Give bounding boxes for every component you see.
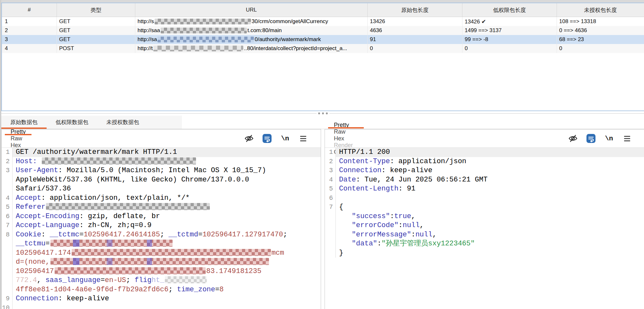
line-content: "errorMessage":null, [336, 230, 644, 240]
request-table-body: 1GEThttp://s30/crm/common/getAllCurrency… [2, 17, 644, 53]
line-content: __tctmu= [13, 239, 321, 249]
code-text: : [398, 221, 403, 229]
word-wrap-icon[interactable] [262, 134, 272, 143]
table-row[interactable]: 3GEThttp://sa0/authority/watermark/mark9… [2, 35, 644, 44]
code-text: "success" [352, 212, 390, 220]
code-line: } [325, 249, 644, 258]
line-number [2, 239, 13, 249]
cell-index: 2 [2, 26, 57, 35]
table-row[interactable]: 4POSThttp://t..80/interdata/collect?proj… [2, 44, 644, 53]
code-text: Accept-Encoding [16, 212, 79, 220]
line-content [336, 194, 644, 203]
code-line: 4ff8ee81-1d04-4a6e-9f6d-f7b29a2fd6c6; ti… [2, 285, 321, 295]
line-number: 2 [2, 157, 13, 166]
cell-method: GET [57, 26, 135, 35]
hide-icon[interactable] [568, 134, 578, 143]
menu-icon[interactable] [298, 134, 308, 143]
horizontal-splitter[interactable] [0, 111, 644, 116]
message-editors: PrettyRawHex \n 1GET /authority/watermar… [0, 129, 644, 309]
code-text: 772.4 [16, 276, 37, 284]
line-content: { [336, 203, 644, 212]
code-text: : [377, 240, 381, 248]
code-line: 9Connection: keep-alive [2, 294, 321, 304]
line-number [325, 212, 336, 221]
editor-tab-pretty[interactable]: Pretty [4, 128, 32, 135]
redacted-text [155, 19, 251, 24]
code-text: Content-Length [339, 185, 398, 193]
line-number: 10 [2, 304, 13, 309]
code-line: 3Connection: keep-alive [325, 166, 644, 175]
cell-method: GET [57, 35, 135, 44]
code-text: 4ff8ee81-1d04-4a6e-9f6d-f7b29a2fd6c6 [16, 286, 168, 294]
code-line: 772.4, saas_language=en-US; flight_ [2, 276, 321, 285]
cell-lowpriv-length: 1499 ==> 3137 [462, 26, 557, 35]
code-text [339, 212, 352, 220]
code-text: saas_language [45, 276, 101, 284]
table-row[interactable]: 1GEThttp://s30/crm/common/getAllCurrency… [2, 17, 644, 26]
column-header[interactable]: 类型 [57, 3, 135, 17]
menu-icon[interactable] [622, 134, 632, 143]
splitter-handle-icon[interactable] [317, 112, 329, 114]
code-text: 83.1749181235 [206, 267, 262, 275]
code-text: mcm [272, 249, 284, 257]
response-editor-content[interactable]: 1HTTP/1.1 2002Content-Type: application/… [325, 148, 644, 258]
newline-icon[interactable]: \n [280, 134, 290, 143]
code-text: : 91 [398, 185, 416, 193]
code-text: ht_ [152, 276, 165, 284]
column-header[interactable]: 低权限包长度 [462, 3, 557, 17]
code-text: http://t [138, 45, 153, 52]
code-line: "data":"孙星宇管理员sxy1223465" [325, 239, 644, 249]
column-header[interactable]: 原始包长度 [367, 3, 462, 17]
packet-tab-原始数据包[interactable]: 原始数据包 [1, 116, 47, 129]
line-content: 772.4, saas_language=en-US; flight_ [13, 276, 321, 285]
editor-tab-hex[interactable]: Hex [327, 135, 364, 142]
cell-orig-length: 91 [367, 35, 462, 44]
code-text: null [403, 221, 420, 229]
line-content: HTTP/1.1 200 [336, 148, 644, 157]
line-content: "data":"孙星宇管理员sxy1223465" [336, 239, 644, 249]
column-header[interactable]: # [2, 3, 57, 17]
line-content: Connection: keep-alive [336, 166, 644, 175]
hide-icon[interactable] [244, 134, 254, 143]
code-text: ; [160, 231, 168, 239]
cell-url: http://s30/crm/common/getAllCurrency [135, 17, 367, 26]
cell-lowpriv-length: 0 [462, 44, 557, 53]
code-text: = [198, 231, 202, 239]
line-number: 5 [2, 203, 13, 212]
line-content: 4ff8ee81-1d04-4a6e-9f6d-f7b29a2fd6c6; ti… [13, 285, 321, 295]
code-text: Accept [16, 194, 41, 202]
cell-unauth-length: 0 [557, 44, 644, 53]
line-number: 8 [2, 230, 13, 240]
editor-tab-raw[interactable]: Raw [4, 135, 32, 142]
editor-tab-raw[interactable]: Raw [327, 128, 364, 135]
editor-tab-pretty[interactable]: Pretty [327, 122, 364, 128]
packet-tabbar: 原始数据包低权限数据包未授权数据包 [1, 116, 644, 129]
line-number: 1 [325, 148, 336, 157]
line-content: Safari/537.36 [13, 184, 321, 194]
packet-tab-未授权数据包[interactable]: 未授权数据包 [97, 116, 148, 129]
redacted-text [153, 46, 243, 51]
cell-orig-length: 0 [367, 44, 462, 53]
code-line: 7{ [325, 203, 644, 212]
request-editor-content[interactable]: 1GET /authority/watermark/mark HTTP/1.12… [2, 148, 321, 309]
column-header[interactable]: 未授权包长度 [557, 3, 644, 17]
newline-icon[interactable]: \n [604, 134, 614, 143]
code-text: Connection [339, 166, 381, 174]
packet-tab-低权限数据包[interactable]: 低权限数据包 [47, 116, 97, 129]
line-content: Cookie: __tctmc=102596417.24614185; __tc… [13, 230, 321, 240]
code-text [339, 221, 352, 229]
line-number: 6 [2, 212, 13, 221]
code-text: ; [126, 276, 134, 284]
code-text: : keep-alive [381, 166, 432, 174]
code-text: time_zone [177, 286, 215, 294]
code-text: Host: [16, 157, 37, 165]
word-wrap-icon[interactable] [586, 134, 596, 143]
line-number: 3 [2, 166, 13, 175]
column-header[interactable]: URL [135, 3, 367, 17]
code-text: ; [168, 286, 177, 294]
code-text: , [432, 231, 436, 239]
line-content: User-Agent: Mozilla/5.0 (Macintosh; Inte… [13, 166, 321, 175]
table-row[interactable]: 2GEThttp://saat.com:80/main46361499 ==> … [2, 26, 644, 35]
redacted-text [46, 203, 210, 210]
code-text: : Tue, 24 Jun 2025 06:56:21 GMT [356, 176, 487, 184]
